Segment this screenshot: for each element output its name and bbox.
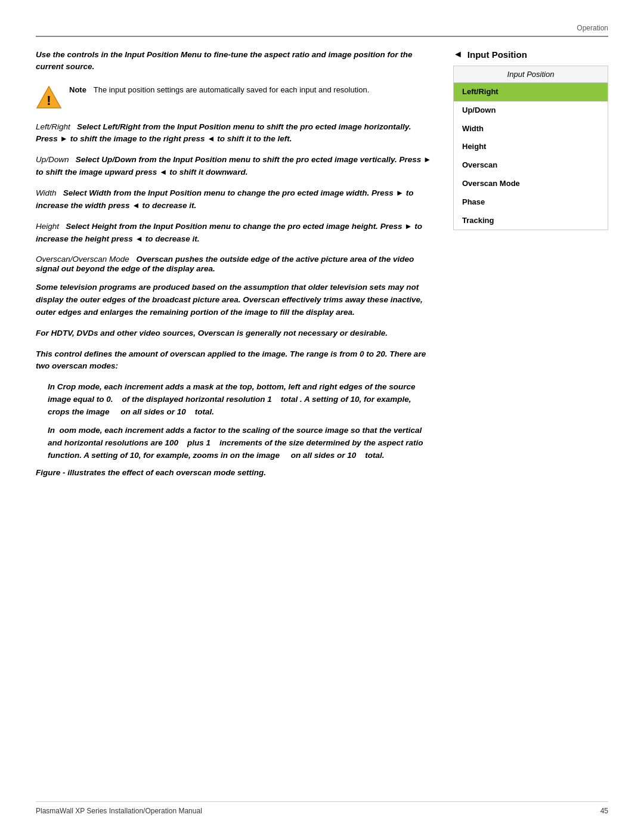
section-leftright: Left/Right Select Left/Right from the In… <box>36 121 435 146</box>
section-leftright-body: Select Left/Right from the Input Positio… <box>36 122 411 144</box>
section-height-body: Select Height from the Input Position me… <box>36 222 422 243</box>
section-height-label: Height <box>36 222 59 231</box>
menu-item-overscan-mode[interactable]: Overscan Mode <box>454 175 608 193</box>
menu-item-leftright[interactable]: Left/Right <box>454 83 608 101</box>
sidebar-header: ◄ Input Position <box>453 49 608 60</box>
warning-icon: ! <box>36 84 62 110</box>
page-container: Operation Use the controls in the Input … <box>0 0 644 833</box>
sub-para-zoom: In oom mode, each increment adds a facto… <box>48 425 435 462</box>
para1: Some television programs are produced ba… <box>36 281 435 319</box>
menu-title: Input Position <box>454 66 608 83</box>
section-header: Operation <box>36 24 608 32</box>
section-leftright-label: Left/Right <box>36 122 70 131</box>
main-content: Use the controls in the Input Position M… <box>36 49 435 477</box>
intro-paragraph: Use the controls in the Input Position M… <box>36 49 435 73</box>
sub2-label: In oom <box>48 426 76 435</box>
menu-item-height[interactable]: Height <box>454 138 608 156</box>
section-overscan: Overscan/Overscan Mode Overscan pushes t… <box>36 254 435 273</box>
sub2-body: mode, each increment adds a factor to th… <box>48 426 423 460</box>
para3: This control defines the amount of overs… <box>36 348 435 373</box>
para2: For HDTV, DVDs and other video sources, … <box>36 327 435 340</box>
sub-para-crop: In Crop mode, each increment adds a mask… <box>48 381 435 419</box>
content-area: Use the controls in the Input Position M… <box>36 49 608 477</box>
section-width: Width Select Width from the Input Positi… <box>36 187 435 212</box>
section-label: Operation <box>577 24 608 32</box>
menu-item-tracking[interactable]: Tracking <box>454 212 608 230</box>
sub1-label: In Crop <box>48 382 76 391</box>
note-content: Note The input position settings are aut… <box>69 84 369 96</box>
footer-left: PlasmaWall XP Series Installation/Operat… <box>36 807 202 815</box>
figure-caption: Figure - illustrates the effect of each … <box>36 468 435 477</box>
footer-right: 45 <box>600 807 608 815</box>
overscan-label: Overscan/Overscan Mode <box>36 255 129 264</box>
section-updown-body: Select Up/Down from the Input Position m… <box>36 155 431 176</box>
section-updown-label: Up/Down <box>36 155 69 164</box>
top-divider <box>36 36 608 37</box>
sidebar: ◄ Input Position Input Position Left/Rig… <box>453 49 608 477</box>
menu-item-overscan[interactable]: Overscan <box>454 156 608 175</box>
section-updown: Up/Down Select Up/Down from the Input Po… <box>36 154 435 179</box>
section-height: Height Select Height from the Input Posi… <box>36 221 435 246</box>
note-text: The input position settings are automati… <box>94 85 370 94</box>
section-width-label: Width <box>36 188 56 197</box>
note-box: ! Note The input position settings are a… <box>36 84 435 110</box>
note-label: Note <box>69 85 86 94</box>
page-footer: PlasmaWall XP Series Installation/Operat… <box>36 801 608 815</box>
menu-box: Input Position Left/Right Up/Down Width … <box>453 66 608 230</box>
sub1-body: mode, each increment adds a mask at the … <box>48 382 416 416</box>
svg-text:!: ! <box>47 93 51 108</box>
menu-item-updown[interactable]: Up/Down <box>454 101 608 120</box>
section-width-body: Select Width from the Input Position men… <box>36 188 414 210</box>
sidebar-title: Input Position <box>467 49 527 60</box>
menu-item-width[interactable]: Width <box>454 120 608 138</box>
menu-item-phase[interactable]: Phase <box>454 193 608 212</box>
back-arrow-icon: ◄ <box>453 49 463 60</box>
